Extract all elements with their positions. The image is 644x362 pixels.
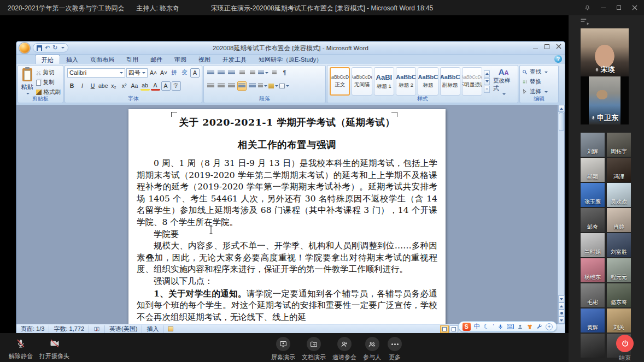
multilevel-list-button[interactable] bbox=[227, 68, 236, 78]
participant-tile[interactable]: 肖婷 bbox=[607, 208, 631, 232]
sidebar-collapse-icon[interactable] bbox=[580, 17, 590, 25]
tab-insert[interactable]: 插入 bbox=[60, 55, 84, 64]
align-center-button[interactable] bbox=[216, 81, 226, 91]
participant-tile[interactable]: 郝颖 bbox=[581, 158, 605, 182]
web-layout-view-button[interactable] bbox=[449, 325, 458, 333]
punctuation-icon[interactable]: ’ bbox=[493, 323, 494, 330]
previous-page-icon[interactable] bbox=[558, 302, 565, 310]
italic-button[interactable]: I bbox=[78, 81, 87, 91]
featured-video-1[interactable]: 宋瑛 bbox=[581, 28, 629, 76]
tab-home[interactable]: 开始 bbox=[35, 55, 60, 64]
redo-icon[interactable]: ↻ bbox=[52, 45, 57, 51]
participant-tile[interactable]: 黄辉 bbox=[581, 308, 605, 333]
word-restore-button[interactable] bbox=[545, 44, 549, 49]
asian-layout-button[interactable] bbox=[258, 68, 268, 78]
style-subtle-emphasis[interactable]: AaBbCcDd不明显强调 bbox=[462, 67, 482, 96]
tab-developer[interactable]: 开发工具 bbox=[216, 55, 253, 64]
cut-button[interactable]: 剪切 bbox=[36, 68, 61, 77]
bullets-button[interactable] bbox=[206, 68, 215, 78]
chinese-mode-icon[interactable]: 中 bbox=[474, 323, 481, 330]
line-spacing-button[interactable] bbox=[258, 81, 267, 91]
toolbox-wrench-icon[interactable] bbox=[536, 324, 542, 330]
align-right-button[interactable] bbox=[227, 81, 236, 91]
style-no-spacing[interactable]: AaBbCcDd无间隔 bbox=[352, 67, 372, 96]
participant-tile[interactable]: 冯浬 bbox=[607, 158, 631, 182]
participant-tile[interactable]: 兰时娟 bbox=[581, 233, 605, 257]
change-case-aa-button[interactable]: Aa bbox=[130, 81, 139, 91]
style-normal[interactable]: AaBbCcDd正文 bbox=[330, 67, 350, 96]
status-proofing[interactable] bbox=[89, 325, 105, 333]
word-close-button[interactable] bbox=[556, 44, 561, 49]
next-page-icon[interactable] bbox=[558, 317, 565, 324]
character-shading-button[interactable]: A bbox=[161, 81, 171, 91]
copy-button[interactable]: 复制 bbox=[36, 78, 61, 87]
strikethrough-button[interactable]: abe bbox=[98, 81, 108, 91]
distribute-button[interactable] bbox=[248, 81, 257, 91]
grow-font-button[interactable]: A˄ bbox=[149, 68, 158, 78]
status-language[interactable]: 英语(美国) bbox=[105, 325, 142, 333]
shrink-font-button[interactable]: A˅ bbox=[159, 68, 168, 78]
expand-toolbar-icon[interactable]: + bbox=[546, 323, 553, 330]
shading-button[interactable] bbox=[268, 81, 278, 91]
phonetic-guide-button[interactable]: 拼 bbox=[169, 68, 179, 78]
tab-review[interactable]: 审阅 bbox=[168, 55, 192, 64]
replace-button[interactable]: 替换 bbox=[522, 78, 556, 86]
print-layout-view-button[interactable] bbox=[440, 325, 449, 333]
status-page[interactable]: 页面: 1/3 bbox=[16, 325, 49, 333]
notification-bell-icon[interactable] bbox=[583, 4, 591, 11]
styles-more-icon[interactable]: = bbox=[484, 86, 490, 93]
participant-tile[interactable]: 骆东奇 bbox=[607, 283, 631, 307]
status-wordcount[interactable]: 字数: 1,772 bbox=[49, 325, 89, 333]
styles-scroll-down-icon[interactable] bbox=[484, 78, 490, 85]
restore-button[interactable] bbox=[615, 4, 623, 11]
soft-keyboard-icon[interactable] bbox=[507, 324, 514, 329]
skin-shirt-icon[interactable] bbox=[526, 324, 533, 330]
superscript-button[interactable]: x² bbox=[120, 81, 129, 91]
participant-tile[interactable]: 杨维东 bbox=[581, 258, 605, 282]
document-page[interactable]: 关于 2020-2021-1 学期开学考试（延期考试） 相关工作的布置与强调 0… bbox=[128, 109, 446, 324]
decrease-indent-button[interactable] bbox=[237, 68, 247, 78]
participant-tile[interactable]: 毛彬 bbox=[581, 283, 605, 307]
sogou-logo-icon[interactable]: S bbox=[462, 323, 471, 331]
styles-scroll-up-icon[interactable] bbox=[484, 70, 490, 78]
font-color-button[interactable]: A bbox=[151, 81, 160, 91]
invite-button[interactable]: 邀请参会 bbox=[332, 337, 356, 361]
screen-share-button[interactable]: 屏幕演示 bbox=[271, 337, 295, 361]
sort-button[interactable] bbox=[270, 68, 279, 78]
show-paragraph-marks-button[interactable]: ¶ bbox=[280, 68, 289, 78]
increase-indent-button[interactable] bbox=[248, 68, 257, 78]
participants-button[interactable]: 参与人 bbox=[363, 337, 381, 361]
participant-tile[interactable]: 刘富胜 bbox=[607, 233, 631, 257]
featured-video-2[interactable]: 申卫东 bbox=[581, 76, 629, 124]
tab-mailings[interactable]: 邮件 bbox=[144, 55, 168, 64]
change-case-button[interactable]: 变 bbox=[180, 68, 189, 78]
participant-tile[interactable]: 邹奇 bbox=[581, 208, 605, 232]
font-name-combo[interactable]: Calibri bbox=[67, 68, 125, 78]
style-heading1[interactable]: AaBI标题 1 bbox=[374, 67, 394, 96]
save-icon[interactable] bbox=[37, 45, 42, 51]
underline-button[interactable]: U bbox=[88, 81, 97, 91]
open-camera-button[interactable]: 打开摄像头 bbox=[39, 337, 69, 360]
highlight-color-button[interactable]: ab bbox=[140, 81, 150, 91]
unmute-button[interactable]: 解除静音 bbox=[9, 337, 33, 360]
style-heading2[interactable]: AaBbC标题 2 bbox=[396, 67, 416, 96]
participant-tile[interactable]: 刘关 bbox=[607, 308, 631, 333]
tab-view[interactable]: 视图 bbox=[192, 55, 216, 64]
tab-cnki-estudy[interactable]: 知网研学（原E-Study） bbox=[253, 55, 328, 64]
voice-input-icon[interactable] bbox=[497, 323, 504, 330]
participant-tile[interactable]: 张玉鹰 bbox=[581, 183, 605, 207]
font-size-combo[interactable]: 四号 bbox=[126, 68, 148, 78]
macro-record-icon[interactable] bbox=[163, 325, 178, 333]
full-half-width-icon[interactable]: ☾ bbox=[484, 323, 490, 330]
numbering-button[interactable] bbox=[216, 68, 226, 78]
status-insert-mode[interactable]: 插入 bbox=[142, 325, 163, 333]
align-left-button[interactable] bbox=[206, 81, 215, 91]
select-browse-object-icon[interactable] bbox=[558, 310, 565, 317]
change-styles-button[interactable]: AA 更改样式 bbox=[491, 68, 516, 95]
avatar-tool-icon[interactable] bbox=[517, 324, 523, 330]
office-orb-button[interactable] bbox=[19, 43, 30, 54]
tab-references[interactable]: 引用 bbox=[120, 55, 144, 64]
scroll-down-icon[interactable] bbox=[558, 295, 565, 302]
minimize-button[interactable] bbox=[599, 4, 607, 11]
scrollbar-thumb[interactable] bbox=[559, 112, 564, 131]
